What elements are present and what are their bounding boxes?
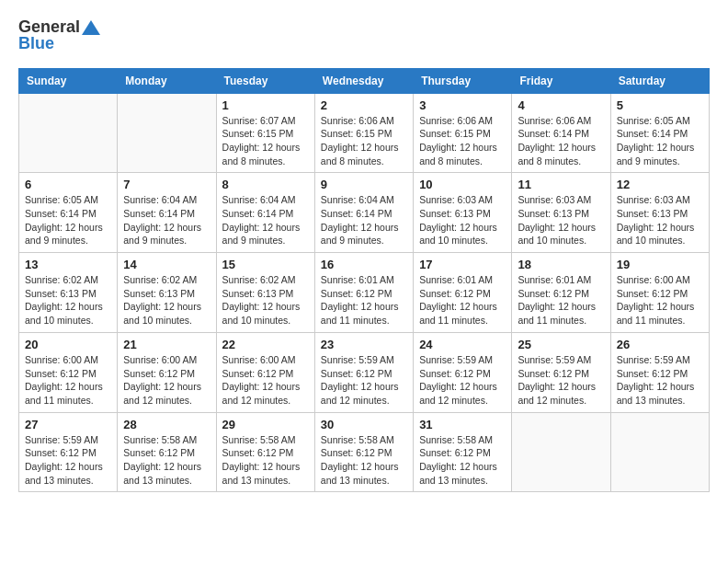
- calendar-cell: [118, 93, 216, 173]
- calendar-cell: 10Sunrise: 6:03 AM Sunset: 6:13 PM Dayli…: [414, 173, 512, 253]
- day-info: Sunrise: 6:04 AM Sunset: 6:14 PM Dayligh…: [321, 193, 407, 247]
- calendar-week-5: 27Sunrise: 5:59 AM Sunset: 6:12 PM Dayli…: [19, 412, 710, 492]
- day-info: Sunrise: 5:59 AM Sunset: 6:12 PM Dayligh…: [25, 433, 111, 488]
- day-info: Sunrise: 6:03 AM Sunset: 6:13 PM Dayligh…: [617, 193, 703, 247]
- day-number: 9: [321, 178, 407, 191]
- day-number: 30: [321, 418, 407, 431]
- day-number: 11: [518, 178, 604, 191]
- calendar-cell: 13Sunrise: 6:02 AM Sunset: 6:13 PM Dayli…: [19, 253, 118, 333]
- day-info: Sunrise: 6:02 AM Sunset: 6:13 PM Dayligh…: [123, 273, 210, 327]
- day-info: Sunrise: 6:06 AM Sunset: 6:15 PM Dayligh…: [321, 114, 407, 168]
- calendar-cell: 26Sunrise: 5:59 AM Sunset: 6:12 PM Dayli…: [610, 332, 709, 412]
- calendar-cell: 2Sunrise: 6:06 AM Sunset: 6:15 PM Daylig…: [314, 93, 413, 173]
- weekday-header-tuesday: Tuesday: [216, 68, 314, 93]
- calendar-cell: 31Sunrise: 5:58 AM Sunset: 6:12 PM Dayli…: [414, 412, 512, 492]
- calendar-cell: 18Sunrise: 6:01 AM Sunset: 6:12 PM Dayli…: [512, 253, 610, 333]
- weekday-header-thursday: Thursday: [414, 68, 512, 93]
- calendar-cell: 21Sunrise: 6:00 AM Sunset: 6:12 PM Dayli…: [118, 332, 216, 412]
- calendar-cell: 4Sunrise: 6:06 AM Sunset: 6:14 PM Daylig…: [512, 93, 610, 173]
- day-info: Sunrise: 6:00 AM Sunset: 6:12 PM Dayligh…: [222, 353, 309, 408]
- day-number: 15: [222, 258, 309, 271]
- day-number: 28: [123, 418, 210, 431]
- calendar-cell: 28Sunrise: 5:58 AM Sunset: 6:12 PM Dayli…: [118, 412, 216, 492]
- day-info: Sunrise: 6:04 AM Sunset: 6:14 PM Dayligh…: [123, 193, 210, 247]
- calendar-table: SundayMondayTuesdayWednesdayThursdayFrid…: [18, 68, 710, 493]
- logo-blue-text: Blue: [18, 35, 54, 53]
- calendar-cell: 12Sunrise: 6:03 AM Sunset: 6:13 PM Dayli…: [610, 173, 709, 253]
- day-info: Sunrise: 6:02 AM Sunset: 6:13 PM Dayligh…: [25, 273, 111, 327]
- day-info: Sunrise: 6:01 AM Sunset: 6:12 PM Dayligh…: [419, 273, 506, 327]
- day-info: Sunrise: 5:58 AM Sunset: 6:12 PM Dayligh…: [222, 433, 309, 488]
- calendar-cell: 25Sunrise: 5:59 AM Sunset: 6:12 PM Dayli…: [512, 332, 610, 412]
- day-info: Sunrise: 6:00 AM Sunset: 6:12 PM Dayligh…: [617, 273, 703, 327]
- calendar-cell: 7Sunrise: 6:04 AM Sunset: 6:14 PM Daylig…: [118, 173, 216, 253]
- day-info: Sunrise: 6:01 AM Sunset: 6:12 PM Dayligh…: [321, 273, 407, 327]
- day-number: 20: [25, 338, 111, 351]
- calendar-cell: 16Sunrise: 6:01 AM Sunset: 6:12 PM Dayli…: [314, 253, 413, 333]
- calendar-cell: 17Sunrise: 6:01 AM Sunset: 6:12 PM Dayli…: [414, 253, 512, 333]
- calendar-cell: 9Sunrise: 6:04 AM Sunset: 6:14 PM Daylig…: [314, 173, 413, 253]
- calendar-cell: 22Sunrise: 6:00 AM Sunset: 6:12 PM Dayli…: [216, 332, 314, 412]
- calendar-cell: [19, 93, 118, 173]
- day-number: 16: [321, 258, 407, 271]
- weekday-header-friday: Friday: [512, 68, 610, 93]
- day-number: 7: [123, 178, 210, 191]
- calendar-cell: 3Sunrise: 6:06 AM Sunset: 6:15 PM Daylig…: [414, 93, 512, 173]
- calendar-body: 1Sunrise: 6:07 AM Sunset: 6:15 PM Daylig…: [19, 93, 710, 492]
- day-number: 18: [518, 258, 604, 271]
- day-info: Sunrise: 5:59 AM Sunset: 6:12 PM Dayligh…: [518, 353, 604, 408]
- svg-marker-0: [82, 20, 100, 35]
- logo-icon: [82, 20, 100, 35]
- calendar-cell: [512, 412, 610, 492]
- day-info: Sunrise: 6:02 AM Sunset: 6:13 PM Dayligh…: [222, 273, 309, 327]
- calendar-cell: 23Sunrise: 5:59 AM Sunset: 6:12 PM Dayli…: [314, 332, 413, 412]
- calendar-cell: 19Sunrise: 6:00 AM Sunset: 6:12 PM Dayli…: [610, 253, 709, 333]
- day-info: Sunrise: 5:58 AM Sunset: 6:12 PM Dayligh…: [123, 433, 210, 488]
- calendar-cell: 6Sunrise: 6:05 AM Sunset: 6:14 PM Daylig…: [19, 173, 118, 253]
- day-number: 1: [222, 98, 309, 112]
- day-info: Sunrise: 6:06 AM Sunset: 6:15 PM Dayligh…: [419, 114, 506, 168]
- day-number: 24: [419, 338, 506, 351]
- calendar-header-row: SundayMondayTuesdayWednesdayThursdayFrid…: [19, 68, 710, 93]
- day-info: Sunrise: 5:58 AM Sunset: 6:12 PM Dayligh…: [321, 433, 407, 488]
- calendar-cell: 20Sunrise: 6:00 AM Sunset: 6:12 PM Dayli…: [19, 332, 118, 412]
- weekday-header-saturday: Saturday: [610, 68, 709, 93]
- weekday-header-sunday: Sunday: [19, 68, 118, 93]
- day-number: 8: [222, 178, 309, 191]
- day-number: 19: [617, 258, 703, 271]
- day-number: 10: [419, 178, 506, 191]
- day-info: Sunrise: 6:05 AM Sunset: 6:14 PM Dayligh…: [25, 193, 111, 247]
- calendar-week-2: 6Sunrise: 6:05 AM Sunset: 6:14 PM Daylig…: [19, 173, 710, 253]
- day-number: 25: [518, 338, 604, 351]
- weekday-header-wednesday: Wednesday: [314, 68, 413, 93]
- day-number: 2: [321, 98, 407, 112]
- day-number: 5: [617, 98, 703, 112]
- day-number: 21: [123, 338, 210, 351]
- calendar-week-4: 20Sunrise: 6:00 AM Sunset: 6:12 PM Dayli…: [19, 332, 710, 412]
- day-info: Sunrise: 5:58 AM Sunset: 6:12 PM Dayligh…: [419, 433, 506, 488]
- calendar-cell: 11Sunrise: 6:03 AM Sunset: 6:13 PM Dayli…: [512, 173, 610, 253]
- calendar-cell: 27Sunrise: 5:59 AM Sunset: 6:12 PM Dayli…: [19, 412, 118, 492]
- calendar-cell: 14Sunrise: 6:02 AM Sunset: 6:13 PM Dayli…: [118, 253, 216, 333]
- day-number: 4: [518, 98, 604, 112]
- logo: General Blue: [18, 18, 100, 53]
- day-info: Sunrise: 6:07 AM Sunset: 6:15 PM Dayligh…: [222, 114, 309, 168]
- day-info: Sunrise: 6:06 AM Sunset: 6:14 PM Dayligh…: [518, 114, 604, 168]
- calendar-cell: 24Sunrise: 5:59 AM Sunset: 6:12 PM Dayli…: [414, 332, 512, 412]
- calendar-cell: 29Sunrise: 5:58 AM Sunset: 6:12 PM Dayli…: [216, 412, 314, 492]
- day-number: 17: [419, 258, 506, 271]
- day-number: 12: [617, 178, 703, 191]
- day-info: Sunrise: 6:03 AM Sunset: 6:13 PM Dayligh…: [419, 193, 506, 247]
- day-number: 6: [25, 178, 111, 191]
- day-info: Sunrise: 5:59 AM Sunset: 6:12 PM Dayligh…: [419, 353, 506, 408]
- day-info: Sunrise: 6:05 AM Sunset: 6:14 PM Dayligh…: [617, 114, 703, 168]
- day-info: Sunrise: 6:00 AM Sunset: 6:12 PM Dayligh…: [123, 353, 210, 408]
- calendar-week-3: 13Sunrise: 6:02 AM Sunset: 6:13 PM Dayli…: [19, 253, 710, 333]
- day-number: 27: [25, 418, 111, 431]
- day-number: 23: [321, 338, 407, 351]
- day-number: 26: [617, 338, 703, 351]
- day-info: Sunrise: 5:59 AM Sunset: 6:12 PM Dayligh…: [321, 353, 407, 408]
- weekday-header-monday: Monday: [118, 68, 216, 93]
- day-info: Sunrise: 5:59 AM Sunset: 6:12 PM Dayligh…: [617, 353, 703, 408]
- day-number: 31: [419, 418, 506, 431]
